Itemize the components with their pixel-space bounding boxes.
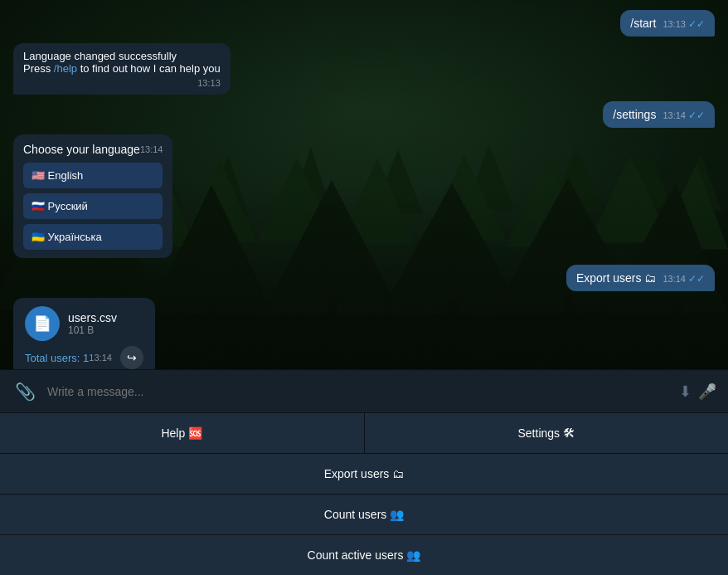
notification-time: 13:13 [23, 78, 221, 88]
message-lang-changed: Language changed successfully Press /hel… [13, 43, 231, 95]
message-text: Export users 🗂 [576, 271, 656, 285]
message-ticks: ✓✓ [688, 110, 705, 121]
file-icon: 📄 [25, 306, 60, 341]
chat-area: /start 13:13 ✓✓ Language changed success… [0, 0, 728, 369]
message-file: 📄 users.csv 101 B Total users: 1 13:14 ↪ [13, 298, 155, 369]
notification-line2: Press /help to find out how I can help y… [23, 62, 221, 75]
message-settings: /settings 13:14 ✓✓ [603, 101, 715, 128]
forward-button[interactable]: ↪ [120, 346, 143, 369]
message-time: 13:14 ✓✓ [662, 273, 705, 285]
message-export: Export users 🗂 13:14 ✓✓ [566, 265, 715, 291]
lang-ukrainian[interactable]: 🇺🇦 Українська [23, 224, 163, 250]
message-text: /start [630, 17, 656, 30]
scroll-down-button[interactable]: ⬇ [679, 383, 692, 401]
language-panel: Choose your language 13:14 🇺🇸 English 🇷🇺… [13, 134, 172, 258]
keyboard-row-2: Export users 🗂 [0, 454, 728, 495]
lang-title-text: Choose your language [23, 143, 140, 156]
message-start: /start 13:13 ✓✓ [620, 10, 715, 37]
help-button[interactable]: Help 🆘 [0, 413, 365, 453]
keyboard-area: Help 🆘 Settings 🛠 Export users 🗂 Count u… [0, 412, 728, 575]
keyboard-row-1: Help 🆘 Settings 🛠 [0, 413, 728, 454]
lang-russian[interactable]: 🇷🇺 Русский [23, 193, 163, 219]
file-name: users.csv [68, 311, 143, 324]
message-ticks: ✓✓ [688, 18, 705, 30]
message-ticks: ✓✓ [688, 273, 705, 285]
message-input[interactable] [47, 385, 671, 398]
total-users: Total users: 1 [25, 352, 89, 364]
file-size: 101 B [68, 324, 143, 336]
keyboard-row-3: Count users 👥 [0, 495, 728, 535]
keyboard-row-4: Count active users 👥 [0, 535, 728, 575]
settings-button[interactable]: Settings 🛠 [365, 413, 729, 453]
message-time: 13:14 ✓✓ [662, 110, 705, 121]
notification-line1: Language changed successfully [23, 50, 221, 62]
lang-english[interactable]: 🇺🇸 English [23, 163, 163, 188]
count-active-users-button[interactable]: Count active users 👥 [0, 535, 728, 575]
voice-button[interactable]: 🎤 [698, 383, 716, 401]
attach-button[interactable]: 📎 [12, 378, 39, 405]
message-text: /settings [613, 108, 656, 121]
export-users-button[interactable]: Export users 🗂 [0, 454, 728, 494]
count-users-button[interactable]: Count users 👥 [0, 495, 728, 534]
lang-time: 13:14 [140, 144, 163, 154]
chat-messages: /start 13:13 ✓✓ Language changed success… [0, 0, 728, 369]
file-time: 13:14 [89, 353, 112, 363]
help-link[interactable]: /help [54, 62, 77, 75]
total-value: 1 [83, 352, 89, 364]
message-time: 13:13 ✓✓ [662, 18, 705, 30]
input-area: 📎 ⬇ 🎤 [0, 369, 728, 412]
